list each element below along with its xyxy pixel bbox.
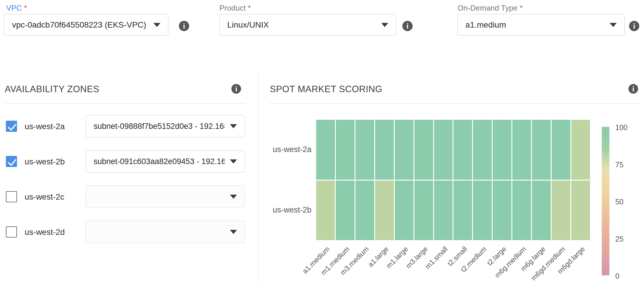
- heatmap-cell-us-west-2b-m6gd.medium[interactable]: [552, 181, 570, 240]
- colorbar-tick: 75: [615, 161, 623, 169]
- on-demand-type-label: On-Demand Type *: [457, 4, 523, 13]
- vpc-info-icon[interactable]: [179, 21, 189, 31]
- heatmap-cell-us-west-2b-m1.medium[interactable]: [336, 181, 355, 240]
- az-row: us-west-2asubnet-09888f7be5152d0e3 - 192…: [4, 115, 245, 137]
- heatmap-cell-us-west-2a-m6g.medium[interactable]: [512, 120, 531, 180]
- availability-zones-info-icon[interactable]: [231, 84, 241, 94]
- on-demand-type-select-value: a1.medium: [465, 20, 604, 30]
- chevron-down-icon: [230, 195, 237, 199]
- heatmap-grid: [316, 120, 590, 240]
- colorbar-tick: 25: [615, 235, 623, 243]
- panel-divider: [258, 73, 258, 283]
- on-demand-type-label-text: On-Demand Type: [457, 4, 518, 12]
- chevron-down-icon: [153, 23, 160, 27]
- heatmap-row-label: us-west-2a: [255, 145, 311, 154]
- heatmap-cell-us-west-2a-t2.medium[interactable]: [473, 120, 492, 180]
- subnet-select-us-west-2b[interactable]: subnet-091c603aa82e09453 - 192.168…: [86, 150, 245, 173]
- colorbar-ticks: 1007550250: [615, 0, 642, 283]
- chevron-down-icon: [230, 159, 237, 164]
- chevron-down-icon: [230, 124, 237, 128]
- heatmap-x-axis: a1.mediumm1.mediumm3.mediuma1.largem1.la…: [316, 242, 590, 283]
- az-row: us-west-2bsubnet-091c603aa82e09453 - 192…: [4, 150, 245, 173]
- heatmap-cell-us-west-2a-a1.medium[interactable]: [316, 120, 335, 180]
- subnet-select-us-west-2c[interactable]: [86, 186, 245, 208]
- vpc-label-text: VPC: [6, 4, 22, 12]
- heatmap-cell-us-west-2a-m3.large[interactable]: [414, 120, 433, 180]
- product-required-marker: *: [248, 4, 251, 12]
- heatmap-cell-us-west-2b-a1.large[interactable]: [375, 181, 394, 240]
- heatmap-cell-us-west-2a-t2.large[interactable]: [493, 120, 511, 180]
- heatmap-cell-us-west-2b-m6g.medium[interactable]: [512, 181, 531, 240]
- heatmap-row-label: us-west-2b: [255, 205, 311, 215]
- colorbar-tick: 50: [615, 198, 623, 206]
- az-rows: us-west-2asubnet-09888f7be5152d0e3 - 192…: [4, 115, 245, 256]
- heatmap-cell-us-west-2b-m1.small[interactable]: [434, 181, 453, 240]
- heatmap-cell-us-west-2b-m3.large[interactable]: [414, 181, 433, 240]
- heatmap-cell-us-west-2b-m1.large[interactable]: [395, 181, 413, 240]
- heatmap-cell-us-west-2a-m6gd.medium[interactable]: [552, 120, 570, 180]
- heatmap-cell-us-west-2b-t2.large[interactable]: [493, 181, 511, 240]
- on-demand-type-select[interactable]: a1.medium: [457, 14, 625, 36]
- az-zone-label: us-west-2d: [25, 228, 65, 237]
- heatmap-cell-us-west-2b-m3.medium[interactable]: [355, 181, 374, 240]
- heatmap-cell-us-west-2a-t2.small[interactable]: [453, 120, 472, 180]
- vpc-select-value: vpc-0adcb70f645508223 (EKS-VPC): [12, 20, 148, 30]
- az-checkbox-us-west-2c[interactable]: [6, 191, 17, 202]
- az-zone-label: us-west-2b: [25, 157, 65, 166]
- spot-instance-config-page: VPC * vpc-0adcb70f645508223 (EKS-VPC) Pr…: [0, 0, 644, 283]
- heatmap-cell-us-west-2b-m6g.large[interactable]: [532, 181, 551, 240]
- chevron-down-icon: [381, 23, 388, 27]
- availability-zones-divider: [4, 103, 245, 104]
- az-row: us-west-2c: [4, 186, 245, 208]
- heatmap-cell-us-west-2b-a1.medium[interactable]: [316, 181, 335, 240]
- heatmap-cell-us-west-2a-m1.small[interactable]: [434, 120, 453, 180]
- product-info-icon[interactable]: [402, 21, 413, 31]
- az-row: us-west-2d: [4, 221, 245, 243]
- colorbar-tick: 0: [615, 272, 619, 280]
- subnet-select-us-west-2a[interactable]: subnet-09888f7be5152d0e3 - 192.168…: [86, 115, 245, 137]
- colorbar-tick: 100: [615, 123, 628, 132]
- heatmap-cell-us-west-2a-m3.medium[interactable]: [355, 120, 374, 180]
- heatmap-cell-us-west-2b-t2.medium[interactable]: [473, 181, 492, 240]
- az-zone-label: us-west-2a: [25, 122, 65, 131]
- subnet-select-us-west-2d[interactable]: [86, 221, 245, 243]
- heatmap-cell-us-west-2a-a1.large[interactable]: [375, 120, 394, 180]
- az-checkbox-us-west-2a[interactable]: [6, 121, 17, 132]
- on-demand-type-required-marker: *: [520, 4, 523, 12]
- spot-market-scoring-divider: [269, 103, 639, 104]
- product-select-value: Linux/UNIX: [227, 20, 376, 30]
- heatmap-cell-us-west-2a-m6gd.large[interactable]: [571, 120, 590, 180]
- availability-zones-title: AVAILABILITY ZONES: [5, 84, 99, 95]
- vpc-select[interactable]: vpc-0adcb70f645508223 (EKS-VPC): [4, 14, 168, 36]
- heatmap-cell-us-west-2b-m6gd.large[interactable]: [571, 181, 590, 240]
- subnet-select-value: subnet-091c603aa82e09453 - 192.168…: [94, 157, 225, 166]
- heatmap-cell-us-west-2a-m1.medium[interactable]: [336, 120, 355, 180]
- az-checkbox-us-west-2b[interactable]: [6, 156, 17, 167]
- subnet-select-value: subnet-09888f7be5152d0e3 - 192.168…: [94, 122, 225, 131]
- heatmap-cell-us-west-2b-t2.small[interactable]: [453, 181, 472, 240]
- az-zone-label: us-west-2c: [25, 192, 64, 202]
- spot-market-scoring-title: SPOT MARKET SCORING: [270, 84, 382, 95]
- product-label: Product *: [219, 4, 251, 13]
- az-checkbox-us-west-2d[interactable]: [6, 226, 17, 237]
- product-select[interactable]: Linux/UNIX: [219, 14, 396, 36]
- heatmap-cell-us-west-2a-m6g.large[interactable]: [532, 120, 551, 180]
- product-label-text: Product: [219, 4, 246, 12]
- heatmap-cell-us-west-2a-m1.large[interactable]: [395, 120, 413, 180]
- vpc-label: VPC *: [6, 4, 27, 13]
- vpc-required-marker: *: [24, 4, 27, 12]
- chevron-down-icon: [230, 230, 237, 234]
- colorbar: [602, 127, 609, 275]
